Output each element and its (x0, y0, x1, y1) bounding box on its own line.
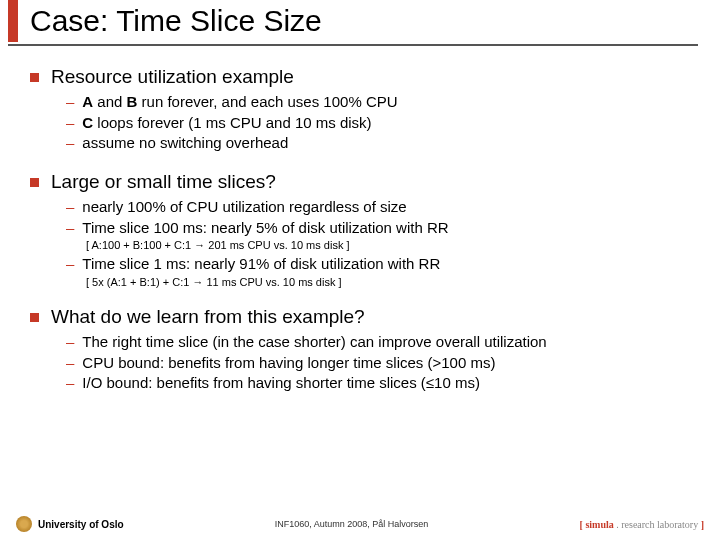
bullet-l2: –I/O bound: benefits from having shorter… (66, 374, 700, 393)
dash-icon: – (66, 93, 74, 111)
square-bullet-icon (30, 313, 39, 322)
bracket-note: [ 5x (A:1 + B:1) + C:1 → 11 ms CPU vs. 1… (86, 276, 700, 288)
bullet-l2: –A and B run forever, and each uses 100%… (66, 93, 700, 112)
l2-text: assume no switching overhead (82, 134, 288, 153)
footer-left: University of Oslo (16, 516, 124, 532)
footer-right: [ simula . research laboratory ] (580, 519, 704, 530)
bullet-l2: –Time slice 100 ms: nearly 5% of disk ut… (66, 219, 700, 238)
content-area: Resource utilization example –A and B ru… (30, 56, 700, 395)
l2-text: C loops forever (1 ms CPU and 10 ms disk… (82, 114, 371, 133)
l1-text: Resource utilization example (51, 66, 294, 89)
l2-text: The right time slice (in the case shorte… (82, 333, 546, 352)
accent-bar (8, 0, 18, 42)
bullet-l2: –The right time slice (in the case short… (66, 333, 700, 352)
dash-icon: – (66, 198, 74, 216)
dash-icon: – (66, 114, 74, 132)
l1-text: What do we learn from this example? (51, 306, 365, 329)
footer: University of Oslo INF1060, Autumn 2008,… (0, 516, 720, 532)
l2-text: I/O bound: benefits from having shorter … (82, 374, 480, 393)
dash-icon: – (66, 374, 74, 392)
simula-logo-text: simula (585, 519, 613, 530)
lab-text: . research laboratory (614, 519, 698, 530)
bullet-l1: Large or small time slices? (30, 171, 700, 194)
bracket-icon: ] (698, 519, 704, 530)
square-bullet-icon (30, 178, 39, 187)
bracket-note: [ A:100 + B:100 + C:1 → 201 ms CPU vs. 1… (86, 239, 700, 251)
dash-icon: – (66, 134, 74, 152)
bullet-l1: Resource utilization example (30, 66, 700, 89)
slide: Case: Time Slice Size Resource utilizati… (0, 0, 720, 540)
l2-text: Time slice 100 ms: nearly 5% of disk uti… (82, 219, 448, 238)
dash-icon: – (66, 333, 74, 351)
bullet-l2: –C loops forever (1 ms CPU and 10 ms dis… (66, 114, 700, 133)
title-underline (8, 44, 698, 46)
dash-icon: – (66, 255, 74, 273)
dash-icon: – (66, 354, 74, 372)
bullet-l2: –nearly 100% of CPU utilization regardle… (66, 198, 700, 217)
bullet-l2: –CPU bound: benefits from having longer … (66, 354, 700, 373)
bullet-l2: –Time slice 1 ms: nearly 91% of disk uti… (66, 255, 700, 274)
l2-text: nearly 100% of CPU utilization regardles… (82, 198, 406, 217)
slide-title: Case: Time Slice Size (30, 4, 322, 38)
l2-text: A and B run forever, and each uses 100% … (82, 93, 397, 112)
bullet-l2: –assume no switching overhead (66, 134, 700, 153)
l1-text: Large or small time slices? (51, 171, 276, 194)
footer-center: INF1060, Autumn 2008, Pål Halvorsen (275, 519, 429, 529)
bullet-l1: What do we learn from this example? (30, 306, 700, 329)
dash-icon: – (66, 219, 74, 237)
footer-left-text: University of Oslo (38, 519, 124, 530)
l2-text: Time slice 1 ms: nearly 91% of disk util… (82, 255, 440, 274)
uio-seal-icon (16, 516, 32, 532)
l2-text: CPU bound: benefits from having longer t… (82, 354, 495, 373)
square-bullet-icon (30, 73, 39, 82)
